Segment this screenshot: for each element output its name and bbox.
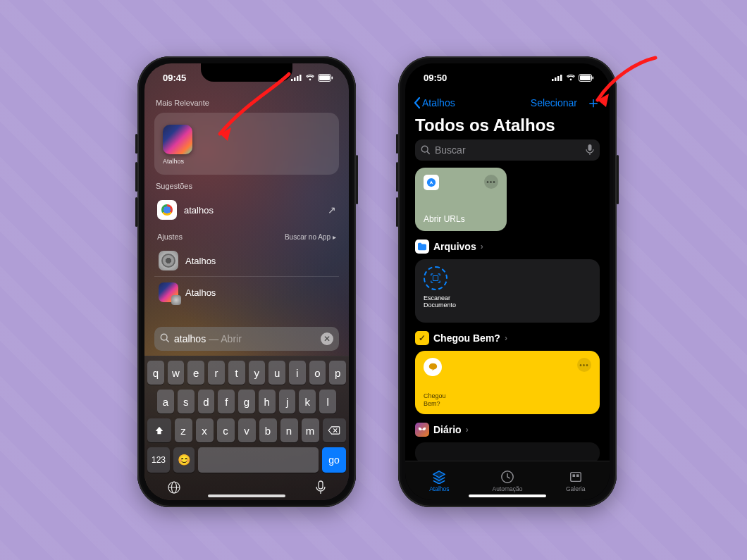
chevron-right-icon: ›: [481, 242, 483, 251]
section-label: Chegou Bem?: [433, 332, 500, 344]
key-p[interactable]: p: [329, 361, 346, 385]
key-e[interactable]: e: [187, 361, 204, 385]
key-shift[interactable]: [147, 418, 171, 442]
svg-rect-14: [555, 77, 557, 81]
key-f[interactable]: f: [218, 390, 235, 413]
tile-more-button[interactable]: •••: [577, 358, 591, 372]
tile-label: Chegou Bem?: [424, 392, 459, 407]
top-hit-card[interactable]: Atalhos: [154, 113, 339, 175]
key-w[interactable]: w: [168, 361, 185, 385]
shift-icon: [154, 425, 164, 435]
nav-bar: Atalhos Selecionar ＋: [405, 92, 610, 114]
key-m[interactable]: m: [302, 418, 319, 442]
key-x[interactable]: x: [196, 418, 214, 442]
svg-line-21: [427, 151, 429, 154]
svg-rect-22: [588, 144, 592, 151]
key-k[interactable]: k: [299, 390, 316, 413]
search-icon: [421, 145, 431, 155]
tile-label: Abrir URLs: [424, 214, 498, 224]
section-diario[interactable]: Diário ›: [415, 423, 600, 437]
globe-icon[interactable]: [167, 480, 181, 498]
settings-section-title: Ajustes: [157, 232, 183, 241]
key-a[interactable]: a: [157, 390, 174, 413]
signal-icon: [552, 74, 563, 81]
section-files[interactable]: Arquivos ›: [415, 239, 600, 254]
key-y[interactable]: y: [249, 361, 266, 385]
tab-gallery[interactable]: Galeria: [541, 461, 610, 500]
key-n[interactable]: n: [280, 418, 298, 442]
shortcut-tile-chegou-bem[interactable]: ••• Chegou Bem?: [415, 351, 600, 414]
settings-result-label: Atalhos: [185, 256, 216, 266]
back-label: Atalhos: [422, 97, 455, 108]
spotlight-search-input[interactable]: atalhos — Abrir ✕: [154, 327, 339, 351]
phone-right: 09:50 Atalhos Selecionar ＋ Todos os Atal…: [398, 56, 617, 507]
suggestion-row[interactable]: atalhos ↗: [154, 196, 339, 224]
clear-search-button[interactable]: ✕: [321, 332, 333, 345]
key-backspace[interactable]: [323, 418, 347, 442]
search-placeholder: Buscar: [435, 144, 466, 156]
key-o[interactable]: o: [309, 361, 326, 385]
svg-rect-16: [560, 75, 562, 81]
key-c[interactable]: c: [217, 418, 235, 442]
settings-gear-icon: [159, 251, 178, 270]
svg-rect-3: [300, 75, 302, 81]
home-indicator[interactable]: [469, 494, 546, 497]
add-shortcut-button[interactable]: ＋: [586, 95, 601, 111]
section-chegou-bem[interactable]: ✓ Chegou Bem? ›: [415, 331, 600, 345]
dictation-icon[interactable]: [315, 480, 326, 498]
section-label: Diário: [433, 424, 462, 435]
search-in-app-link[interactable]: Buscar no App ▸: [285, 233, 336, 241]
key-i[interactable]: i: [289, 361, 306, 385]
key-g[interactable]: g: [238, 390, 255, 413]
suggestions-section-title: Sugestões: [156, 182, 338, 190]
backspace-icon: [328, 426, 340, 435]
tile-more-button[interactable]: •••: [484, 175, 498, 189]
keyboard[interactable]: q w e r t y u i o p a s d f g h j k l: [144, 356, 349, 500]
shortcuts-tab-icon: [431, 470, 447, 484]
key-d[interactable]: d: [198, 390, 215, 413]
shortcut-tile-scan-document[interactable]: Escanear Documento: [415, 259, 600, 323]
top-hit-label: Atalhos: [163, 158, 184, 165]
shortcut-tile-open-urls[interactable]: ••• Abrir URLs: [415, 168, 507, 231]
key-space[interactable]: [198, 447, 319, 473]
keyboard-row-1: q w e r t y u i o p: [147, 361, 346, 385]
settings-result-row[interactable]: Atalhos: [154, 245, 339, 276]
battery-icon: [318, 74, 333, 82]
checkbox-icon: ✓: [415, 331, 429, 345]
search-query-text: atalhos: [174, 333, 206, 344]
key-h[interactable]: h: [259, 390, 276, 413]
signal-icon: [291, 74, 302, 81]
key-q[interactable]: q: [147, 361, 164, 385]
shortcut-tile-partial[interactable]: [415, 442, 600, 461]
key-z[interactable]: z: [175, 418, 192, 442]
key-s[interactable]: s: [178, 390, 195, 413]
tab-shortcuts[interactable]: Atalhos: [405, 461, 474, 500]
page-title: Todos os Atalhos: [415, 116, 555, 135]
key-go[interactable]: go: [322, 447, 346, 473]
svg-rect-24: [433, 275, 438, 280]
key-b[interactable]: b: [259, 418, 277, 442]
dictation-icon[interactable]: [586, 144, 594, 157]
back-button[interactable]: Atalhos: [414, 97, 455, 108]
svg-rect-26: [570, 472, 581, 481]
settings-result-row[interactable]: Atalhos: [154, 276, 339, 308]
key-j[interactable]: j: [279, 390, 296, 413]
files-app-icon: [415, 239, 429, 254]
shortcuts-search-input[interactable]: Buscar: [415, 139, 600, 161]
svg-rect-6: [332, 76, 333, 79]
search-icon: [160, 333, 170, 345]
home-indicator[interactable]: [208, 494, 285, 497]
key-123[interactable]: 123: [147, 447, 170, 473]
svg-rect-2: [297, 76, 299, 81]
key-r[interactable]: r: [208, 361, 225, 385]
select-button[interactable]: Selecionar: [531, 97, 577, 108]
key-u[interactable]: u: [268, 361, 285, 385]
scan-icon: [424, 266, 447, 290]
keyboard-row-3: z x c v b n m: [147, 418, 346, 442]
notch: [201, 63, 292, 82]
svg-rect-15: [557, 76, 560, 81]
key-emoji[interactable]: 😊: [173, 447, 195, 473]
key-l[interactable]: l: [319, 390, 336, 413]
key-v[interactable]: v: [238, 418, 256, 442]
key-t[interactable]: t: [228, 361, 245, 385]
